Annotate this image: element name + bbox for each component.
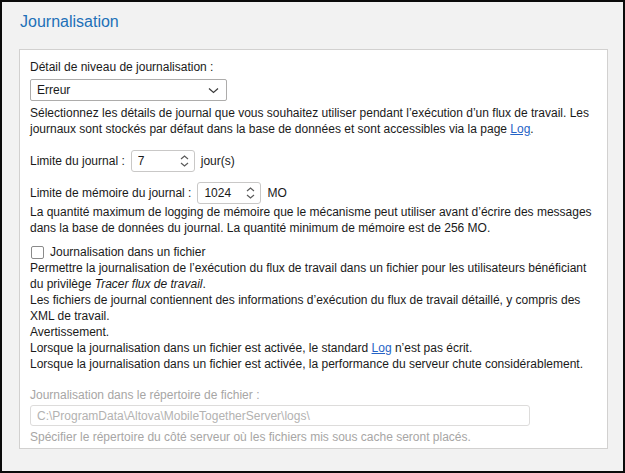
journal-limit-spin-buttons [176,155,193,167]
warning1-suffix: n’est pas écrit. [392,341,473,355]
log-page-link[interactable]: Log [372,341,392,355]
page-title: Journalisation [20,12,119,32]
journal-limit-row: Limite du journal : jour(s) [30,150,597,172]
log-level-select[interactable]: Erreur [30,79,227,101]
log-directory-help: Spécifier le répertoire du côté serveur … [30,429,597,445]
log-level-help-prefix: Sélectionnez les détails de journal que … [30,106,589,136]
warning1-prefix: Lorsque la journalisation dans un fichie… [30,341,372,355]
file-logging-checkbox[interactable] [31,246,44,259]
logging-settings-group: Détail de niveau de journalisation : Err… [19,49,608,449]
memory-limit-row: Limite de mémoire du journal : MO [30,182,597,204]
memory-limit-input[interactable] [198,185,242,201]
log-directory-input [30,405,530,426]
journal-limit-label: Limite du journal : [30,153,125,169]
memory-limit-label: Limite de mémoire du journal : [30,185,191,201]
log-directory-label: Journalisation dans le répertoire de fic… [30,387,597,403]
journal-limit-unit: jour(s) [201,153,235,169]
warning-title: Avertissement. [30,324,597,340]
journal-limit-spinner[interactable] [131,150,195,172]
chevron-up-icon[interactable] [180,155,189,160]
journal-limit-input[interactable] [132,153,176,169]
warning-line-2: Lorsque la journalisation dans un fichie… [30,356,597,372]
warning-line-1: Lorsque la journalisation dans un fichie… [30,340,597,356]
memory-limit-spin-buttons [242,187,259,199]
log-level-help-suffix: . [530,122,533,136]
privilege-name: Tracer flux de travail [95,277,203,291]
chevron-down-icon[interactable] [180,162,189,167]
settings-window: Journalisation Détail de niveau de journ… [0,0,625,473]
log-level-selected-value: Erreur [37,82,70,98]
file-logging-desc-suffix: . [203,277,206,291]
chevron-down-icon[interactable] [246,194,255,199]
chevron-up-icon[interactable] [246,187,255,192]
memory-limit-spinner[interactable] [197,182,261,204]
file-logging-description-2: Les fichiers de journal contiennent des … [30,292,597,324]
file-logging-row: Journalisation dans un fichier [30,244,597,260]
file-logging-checkbox-label[interactable]: Journalisation dans un fichier [50,244,205,260]
log-page-link[interactable]: Log [510,122,530,136]
file-logging-description: Permettre la journalisation de l’exécuti… [30,260,597,292]
memory-limit-help: La quantité maximum de logging de mémoir… [30,204,597,236]
memory-limit-unit: MO [267,185,286,201]
log-level-label: Détail de niveau de journalisation : [30,59,597,75]
chevron-down-icon [208,87,219,94]
log-level-help-text: Sélectionnez les détails de journal que … [30,105,597,137]
